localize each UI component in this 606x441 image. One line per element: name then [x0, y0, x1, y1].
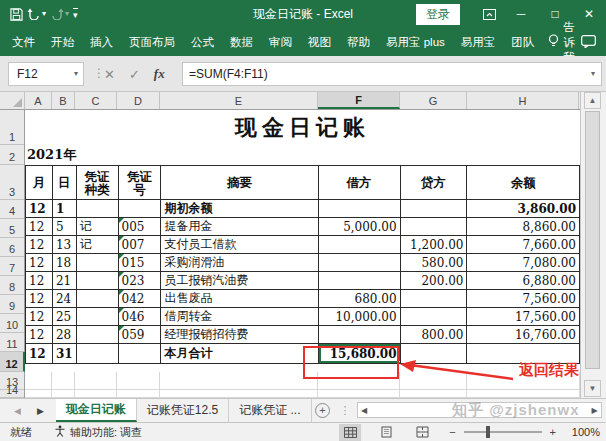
cell-e11[interactable]: 经理报销招待费	[161, 326, 318, 344]
cell-c8[interactable]	[76, 272, 118, 290]
cell-c11[interactable]	[76, 326, 118, 344]
cell-d6[interactable]: 007	[118, 236, 161, 254]
cell-c12[interactable]	[76, 344, 118, 364]
row-header-7[interactable]: 7	[0, 257, 24, 276]
row-header-9[interactable]: 9	[0, 295, 24, 314]
col-header-h[interactable]: H	[467, 92, 579, 109]
cancel-icon[interactable]: ✕	[104, 67, 115, 82]
formula-bar-expand-icon[interactable]: ▾	[591, 70, 595, 78]
page-break-view-icon[interactable]	[411, 424, 433, 441]
cell-h11[interactable]: 16,760.00	[467, 326, 580, 344]
cell-g8[interactable]: 200.00	[400, 272, 467, 290]
cell-a5[interactable]: 12	[26, 218, 53, 236]
zoom-out-icon[interactable]: −	[449, 426, 455, 438]
col-header-b[interactable]: B	[52, 92, 75, 109]
cell-b9[interactable]: 24	[52, 290, 76, 308]
cell-g4[interactable]	[400, 200, 467, 218]
cell-f5[interactable]: 5,000.00	[318, 218, 400, 236]
formula-input[interactable]: =SUM(F4:F11) ▾	[182, 62, 602, 86]
cell-e4[interactable]: 期初余额	[161, 200, 318, 218]
cell-e7[interactable]: 采购润滑油	[161, 254, 318, 272]
accessibility-status[interactable]: 辅助功能: 调查	[54, 425, 142, 440]
col-header-d[interactable]: D	[117, 92, 160, 109]
cell-g12[interactable]	[400, 344, 467, 364]
hscroll-right-icon[interactable]: ▶	[588, 406, 601, 415]
cell-d9[interactable]: 042	[118, 290, 161, 308]
zoom-slider[interactable]	[464, 431, 542, 433]
cell-a9[interactable]: 12	[26, 290, 53, 308]
zoom-percentage[interactable]: 100%	[564, 426, 600, 438]
col-header-c[interactable]: C	[75, 92, 117, 109]
page-layout-view-icon[interactable]	[375, 424, 397, 441]
col-header-g[interactable]: G	[400, 92, 467, 109]
hdr-month[interactable]: 月	[26, 166, 53, 200]
tab-view[interactable]: 视图	[300, 28, 339, 56]
cell-f10[interactable]: 10,000.00	[318, 308, 400, 326]
cell-g7[interactable]: 580.00	[400, 254, 467, 272]
sheet-tab-cash-journal[interactable]: 现金日记账	[56, 399, 137, 422]
enter-check-icon[interactable]: ✓	[129, 67, 140, 82]
tab-review[interactable]: 审阅	[261, 28, 300, 56]
cell-e9[interactable]: 出售废品	[161, 290, 318, 308]
horizontal-scrollbar[interactable]: ◀ ▶	[357, 402, 602, 418]
row-header-10[interactable]: 10	[0, 314, 24, 333]
cell-c10[interactable]	[76, 308, 118, 326]
scroll-up-icon[interactable]: ▲	[584, 92, 601, 109]
cell-h7[interactable]: 7,080.00	[467, 254, 580, 272]
tab-formulas[interactable]: 公式	[183, 28, 222, 56]
row-header-3[interactable]: 3	[0, 165, 24, 200]
empty-row-14[interactable]	[25, 390, 580, 398]
hscroll-left-icon[interactable]: ◀	[358, 406, 371, 415]
cell-a10[interactable]: 12	[26, 308, 53, 326]
cell-b10[interactable]: 25	[52, 308, 76, 326]
cell-a12[interactable]: 12	[26, 344, 53, 364]
cell-f9[interactable]: 680.00	[318, 290, 400, 308]
qat-customize-icon[interactable]: ▾	[73, 8, 78, 20]
cell-d8[interactable]: 023	[118, 272, 161, 290]
login-button[interactable]: 登录	[416, 4, 460, 25]
sheet-nav-next-icon[interactable]: ▶	[37, 406, 44, 416]
row-header-4[interactable]: 4	[0, 200, 24, 219]
cell-h8[interactable]: 6,880.00	[467, 272, 580, 290]
cell-c5[interactable]: 记	[76, 218, 118, 236]
tab-team[interactable]: 团队	[503, 28, 542, 56]
hdr-debit[interactable]: 借方	[318, 166, 400, 200]
tab-insert[interactable]: 插入	[82, 28, 121, 56]
hdr-summary[interactable]: 摘要	[161, 166, 318, 200]
cell-c4[interactable]	[76, 200, 118, 218]
comment-icon[interactable]	[581, 35, 596, 50]
hdr-day[interactable]: 日	[52, 166, 76, 200]
tab-yiyongbao-plus[interactable]: 易用宝 plus	[378, 28, 453, 56]
name-box-dropdown-icon[interactable]: ▾	[74, 70, 78, 78]
cell-g10[interactable]	[400, 308, 467, 326]
cell-f11[interactable]	[318, 326, 400, 344]
cell-f6[interactable]	[318, 236, 400, 254]
col-header-f-selected[interactable]: F	[318, 92, 400, 109]
cell-h4[interactable]: 3,860.00	[467, 200, 580, 218]
row-header-14[interactable]: 14	[0, 390, 24, 398]
cell-f7[interactable]	[318, 254, 400, 272]
cell-c6[interactable]: 记	[76, 236, 118, 254]
hdr-credit[interactable]: 贷方	[400, 166, 467, 200]
undo-icon[interactable]: ▾	[27, 8, 46, 20]
cell-h5[interactable]: 8,860.00	[467, 218, 580, 236]
col-header-a[interactable]: A	[25, 92, 52, 109]
cell-c9[interactable]	[76, 290, 118, 308]
cell-e10[interactable]: 借周转金	[161, 308, 318, 326]
tab-help[interactable]: 帮助	[339, 28, 378, 56]
tab-page-layout[interactable]: 页面布局	[121, 28, 183, 56]
tab-yiyongbao[interactable]: 易用宝	[453, 28, 504, 56]
sheet-tab-voucher-more[interactable]: 记账凭证 ...	[229, 399, 311, 422]
cell-b4[interactable]: 1	[52, 200, 76, 218]
cell-b6[interactable]: 13	[52, 236, 76, 254]
cell-f4[interactable]	[318, 200, 400, 218]
minimize-button[interactable]: ─	[504, 0, 538, 28]
insert-function-icon[interactable]: fx	[154, 66, 165, 82]
cell-e12[interactable]: 本月合计	[161, 344, 318, 364]
cell-f8[interactable]	[318, 272, 400, 290]
zoom-slider-thumb[interactable]	[486, 426, 490, 438]
sheet-tab-voucher-12-5[interactable]: 记账凭证12.5	[137, 399, 229, 422]
cell-d12[interactable]	[118, 344, 161, 364]
vertical-scrollbar[interactable]: ▲ ▼	[584, 92, 601, 397]
cell-a6[interactable]: 12	[26, 236, 53, 254]
